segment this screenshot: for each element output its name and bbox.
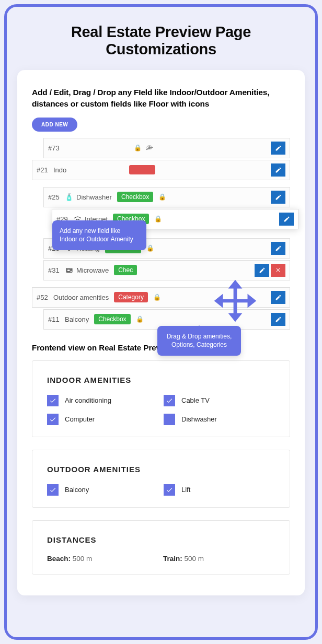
- section-heading: Add / Edit, Drag / Drop any FIeld like I…: [32, 87, 290, 110]
- amenity-item: Cable TV: [164, 395, 275, 406]
- page-title: Real Estate Preview Page Customizations: [17, 24, 305, 58]
- microwave-icon: [65, 266, 73, 274]
- row-label: Balcony: [65, 315, 89, 323]
- lock-icon: 🔒: [158, 193, 166, 201]
- lock-icon: 🔒: [136, 315, 144, 323]
- svg-point-3: [71, 270, 71, 271]
- field-row[interactable]: #25 🧴 Dishwasher Checkbox 🔒: [43, 187, 290, 207]
- amenity-label: Balcony: [65, 486, 89, 494]
- amenity-item: Lift: [164, 484, 275, 496]
- hidden-eye-icon: 👁: [146, 144, 153, 152]
- delete-button[interactable]: [271, 264, 285, 277]
- row-label: Outdoor amenities: [53, 294, 109, 301]
- outdoor-amenities-panel: OUTDOOR AMENITIES Balcony Lift: [32, 450, 290, 508]
- checkbox-checked-icon: [164, 484, 175, 496]
- distance-value: 500 m: [73, 555, 93, 563]
- amenity-label: Lift: [181, 486, 190, 494]
- row-id: #52: [37, 294, 53, 301]
- page-frame: Real Estate Preview Page Customizations …: [4, 4, 318, 640]
- move-arrows-icon: [213, 279, 257, 325]
- distance-item: Beach: 500 m: [47, 555, 159, 563]
- distance-value: 500 m: [185, 555, 204, 563]
- field-row[interactable]: #21 Indo: [32, 160, 290, 180]
- field-row[interactable]: #31 Microwave Chec: [43, 260, 290, 280]
- amenity-item: Dishwasher: [164, 414, 275, 425]
- row-id: #31: [48, 266, 65, 274]
- checkbox-checked-icon: [164, 395, 175, 406]
- edit-button[interactable]: [271, 242, 285, 255]
- tooltip-add-new: Add any new field like Indoor or Outdoor…: [52, 220, 146, 251]
- edit-button[interactable]: [271, 142, 285, 155]
- amenity-label: Air conditioning: [65, 396, 111, 404]
- indoor-amenities-panel: INDOOR AMENITIES Air conditioning Cable …: [32, 360, 290, 437]
- checkbox-unchecked-icon: [164, 414, 175, 425]
- card: Add / Edit, Drag / Drop any FIeld like I…: [17, 70, 305, 595]
- lock-icon: 🔒: [153, 294, 161, 301]
- distances-panel: DISTANCES Beach: 500 m Train: 500 m: [32, 520, 290, 575]
- tooltip-drag: Drag & Drop amenities, Options, Categori…: [157, 326, 241, 356]
- amenity-label: Cable TV: [181, 396, 210, 404]
- row-label: Indo: [53, 166, 66, 174]
- lock-icon: 🔒: [146, 244, 154, 252]
- row-label: Microwave: [76, 266, 109, 274]
- distance-label: Train:: [163, 555, 182, 563]
- row-id: #25: [48, 193, 65, 201]
- add-new-button[interactable]: ADD NEW: [32, 118, 77, 132]
- row-label: Dishwasher: [76, 193, 112, 201]
- amenity-item: Computer: [47, 414, 158, 425]
- amenity-label: Dishwasher: [181, 415, 217, 423]
- edit-button[interactable]: [271, 191, 285, 204]
- edit-button[interactable]: [271, 291, 285, 304]
- row-id: #21: [37, 166, 53, 174]
- badge-checkbox: Checkbox: [94, 314, 130, 324]
- checkbox-checked-icon: [47, 484, 59, 496]
- dishwasher-icon: 🧴: [65, 193, 73, 201]
- edit-button[interactable]: [255, 264, 269, 277]
- edit-button[interactable]: [279, 213, 294, 226]
- edit-button[interactable]: [271, 163, 285, 177]
- checkbox-checked-icon: [47, 414, 59, 425]
- edit-button[interactable]: [271, 313, 285, 326]
- svg-rect-1: [67, 269, 70, 271]
- row-id: #73: [48, 144, 65, 152]
- badge-checkbox: Checkbox: [117, 192, 153, 202]
- amenity-label: Computer: [65, 415, 95, 423]
- distance-item: Train: 500 m: [163, 555, 275, 563]
- panel-title: DISTANCES: [47, 535, 275, 544]
- amenity-item: Balcony: [47, 484, 158, 496]
- panel-title: OUTDOOR AMENITIES: [47, 465, 275, 474]
- lock-icon: 🔒: [134, 144, 142, 151]
- badge-category: Category: [114, 292, 148, 302]
- distance-label: Beach:: [47, 555, 71, 563]
- badge-checkbox: Chec: [114, 265, 137, 275]
- row-id: #11: [48, 315, 65, 323]
- lock-icon: 🔒: [154, 215, 162, 223]
- checkbox-checked-icon: [47, 395, 59, 406]
- panel-title: INDOOR AMENITIES: [47, 376, 275, 384]
- amenity-item: Air conditioning: [47, 395, 158, 406]
- field-row[interactable]: #73 🔒 👁: [43, 138, 290, 158]
- svg-point-2: [71, 269, 71, 270]
- badge-category: [129, 165, 155, 174]
